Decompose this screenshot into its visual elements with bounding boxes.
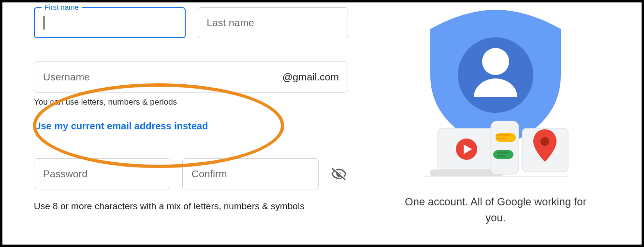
account-illustration [418,7,573,182]
svg-point-13 [541,137,549,146]
svg-rect-14 [423,176,568,177]
svg-rect-11 [497,155,505,157]
confirm-placeholder: Confirm [191,168,227,180]
svg-rect-7 [496,134,510,136]
first-name-label: First name [42,3,82,11]
last-name-field[interactable]: Last name [198,7,349,38]
svg-rect-9 [493,150,513,159]
svg-point-1 [482,48,509,75]
text-cursor [44,16,44,30]
password-placeholder: Password [43,168,88,180]
password-helper: Use 8 or more characters with a mix of l… [34,200,305,213]
password-field[interactable]: Password [34,158,170,189]
last-name-placeholder: Last name [207,17,254,29]
svg-rect-10 [497,152,509,154]
tagline-text: One account. All of Google working for y… [399,194,592,226]
svg-rect-8 [496,138,506,139]
illustration-column: One account. All of Google working for y… [399,7,592,226]
use-current-email-link[interactable]: Use my current email address instead [34,121,208,132]
form-column: First name Last name Username @gmail.com… [34,7,348,213]
username-placeholder: Username [43,71,282,83]
first-name-field[interactable]: First name [34,7,186,38]
name-row: First name Last name [34,7,348,38]
username-helper: You can use letters, numbers & periods [34,97,348,107]
username-row: Username @gmail.com You can use letters,… [34,62,348,132]
visibility-off-icon[interactable] [331,166,347,182]
confirm-field[interactable]: Confirm [182,158,319,189]
username-field[interactable]: Username @gmail.com [34,62,348,93]
password-row: Password Confirm [34,158,348,189]
signup-frame: First name Last name Username @gmail.com… [0,0,644,247]
svg-rect-5 [491,121,519,174]
username-suffix: @gmail.com [282,71,339,83]
